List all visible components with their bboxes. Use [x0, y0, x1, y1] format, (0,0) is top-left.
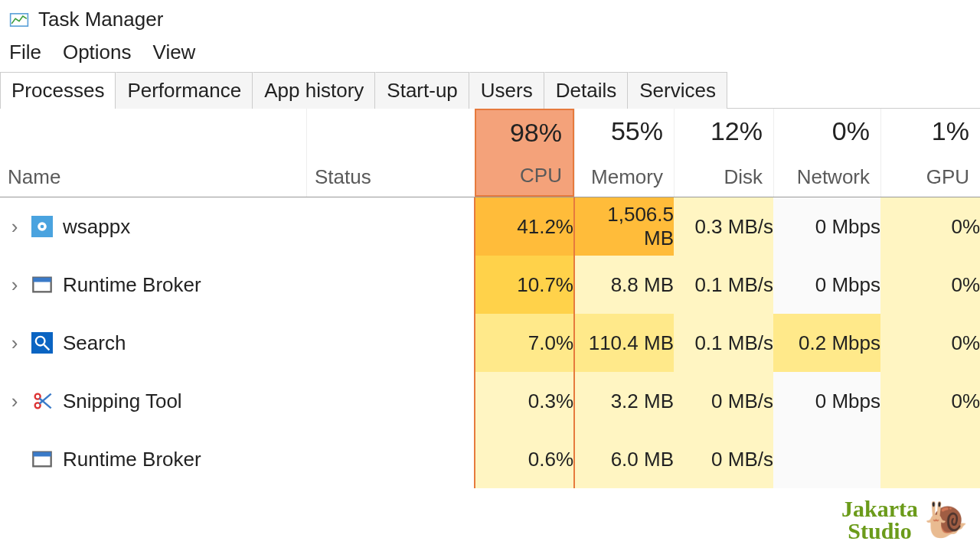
snail-icon: 🐌 — [924, 504, 968, 537]
memory-cell: 6.0 MB — [574, 430, 674, 488]
search-icon — [31, 331, 54, 354]
cpu-cell: 0.3% — [475, 372, 574, 430]
disk-cell: 0.1 MB/s — [674, 256, 773, 314]
table-row[interactable]: › Search 7.0% 110.4 MB 0.1 MB/s 0.2 Mbps… — [0, 314, 980, 372]
gpu-cell — [880, 430, 980, 488]
process-name: Runtime Broker — [63, 448, 201, 471]
svg-rect-6 — [31, 332, 53, 354]
process-name: Snipping Tool — [63, 390, 182, 413]
col-header-status[interactable]: Status — [306, 109, 475, 197]
table-row[interactable]: › Snipping Tool 0.3% 3.2 MB 0 MB/s 0 Mbp… — [0, 372, 980, 430]
network-cell: 0.2 Mbps — [773, 314, 880, 372]
tab-services[interactable]: Services — [628, 72, 727, 109]
memory-cell: 8.8 MB — [574, 256, 674, 314]
window-icon — [31, 273, 54, 296]
col-header-gpu[interactable]: 1%GPU — [880, 109, 980, 197]
titlebar: Task Manager — [0, 0, 980, 36]
task-manager-icon — [9, 10, 29, 30]
process-name: Search — [63, 331, 126, 355]
disk-cell: 0.3 MB/s — [674, 197, 773, 256]
cpu-cell: 7.0% — [475, 314, 574, 372]
table-row[interactable]: › wsappx 41.2% 1,506.5 MB 0.3 MB/s 0 Mbp… — [0, 197, 980, 256]
tab-strip: Processes Performance App history Start-… — [0, 72, 980, 109]
gpu-cell: 0% — [880, 197, 980, 256]
gear-icon — [31, 215, 54, 238]
col-header-network[interactable]: 0%Network — [773, 109, 880, 197]
process-name: wsappx — [63, 215, 130, 239]
chevron-right-icon[interactable]: › — [8, 331, 21, 355]
gpu-cell: 0% — [880, 372, 980, 430]
svg-rect-14 — [33, 452, 51, 457]
tab-users[interactable]: Users — [469, 72, 544, 109]
scissors-icon — [31, 390, 54, 412]
cpu-cell: 10.7% — [475, 256, 574, 314]
memory-cell: 1,506.5 MB — [574, 197, 674, 256]
cpu-cell: 41.2% — [475, 197, 574, 256]
tab-processes[interactable]: Processes — [0, 72, 116, 109]
cpu-cell: 0.6% — [475, 430, 574, 488]
window-title: Task Manager — [38, 8, 163, 31]
disk-cell: 0 MB/s — [674, 430, 773, 488]
network-cell: 0 Mbps — [773, 197, 880, 256]
col-header-memory[interactable]: 55%Memory — [574, 109, 674, 197]
tab-startup[interactable]: Start-up — [375, 72, 469, 109]
watermark: Jakarta Studio 🐌 — [841, 498, 968, 542]
chevron-right-icon[interactable]: › — [8, 273, 21, 297]
process-name: Runtime Broker — [63, 273, 201, 297]
process-table: Name Status 98%CPU 55%Memory 12%Disk 0%N… — [0, 109, 980, 488]
svg-point-3 — [41, 225, 44, 229]
network-cell: 0 Mbps — [773, 372, 880, 430]
col-header-name[interactable]: Name — [0, 109, 306, 197]
chevron-right-icon[interactable]: › — [8, 215, 21, 239]
network-cell — [773, 430, 880, 488]
tab-performance[interactable]: Performance — [116, 72, 253, 109]
memory-cell: 3.2 MB — [574, 372, 674, 430]
menubar: File Options View — [0, 36, 980, 72]
svg-rect-5 — [33, 278, 51, 282]
tab-details[interactable]: Details — [544, 72, 628, 109]
table-row[interactable]: › Runtime Broker 10.7% 8.8 MB 0.1 MB/s 0… — [0, 256, 980, 314]
window-icon — [31, 448, 54, 471]
svg-rect-0 — [11, 13, 28, 25]
gpu-cell: 0% — [880, 314, 980, 372]
chevron-right-icon[interactable]: › — [8, 390, 21, 413]
col-header-cpu[interactable]: 98%CPU — [475, 109, 574, 197]
col-header-disk[interactable]: 12%Disk — [674, 109, 773, 197]
menu-view[interactable]: View — [153, 41, 196, 64]
table-header-row: Name Status 98%CPU 55%Memory 12%Disk 0%N… — [0, 109, 980, 197]
table-row[interactable]: › Runtime Broker 0.6% 6.0 MB 0 MB/s — [0, 430, 980, 488]
disk-cell: 0 MB/s — [674, 372, 773, 430]
tab-app-history[interactable]: App history — [253, 72, 375, 109]
menu-options[interactable]: Options — [63, 41, 132, 64]
gpu-cell: 0% — [880, 256, 980, 314]
menu-file[interactable]: File — [9, 41, 41, 64]
memory-cell: 110.4 MB — [574, 314, 674, 372]
network-cell: 0 Mbps — [773, 256, 880, 314]
disk-cell: 0.1 MB/s — [674, 314, 773, 372]
